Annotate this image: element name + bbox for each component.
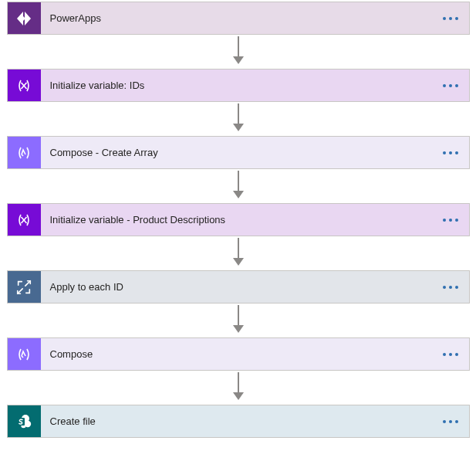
ellipsis-icon (443, 353, 458, 356)
ellipsis-icon (443, 420, 458, 423)
more-button[interactable] (432, 271, 469, 303)
more-button[interactable] (432, 2, 469, 34)
step-label: PowerApps (41, 2, 432, 34)
more-button[interactable] (432, 204, 469, 236)
variable-icon (8, 70, 41, 101)
step-apply-to-each-id[interactable]: Apply to each ID (7, 270, 470, 303)
step-compose-create-array[interactable]: Compose - Create Array (7, 136, 470, 169)
step-label: Initialize variable - Product Descriptio… (41, 204, 432, 236)
connector-arrow (233, 35, 244, 69)
connector-arrow (233, 371, 244, 405)
flow-diagram: PowerApps Initialize variable: IDs (4, 2, 472, 438)
step-label: Apply to each ID (41, 271, 432, 303)
more-button[interactable] (432, 338, 469, 370)
loop-icon (8, 271, 41, 303)
step-powerapps[interactable]: PowerApps (7, 2, 470, 35)
compose-icon (8, 338, 41, 370)
ellipsis-icon (443, 17, 458, 20)
variable-icon (8, 204, 41, 236)
step-compose[interactable]: Compose (7, 337, 470, 371)
step-label: Initialize variable: IDs (41, 70, 432, 101)
step-label: Compose - Create Array (41, 137, 432, 168)
powerapps-icon (8, 2, 41, 34)
step-init-variable-product-descriptions[interactable]: Initialize variable - Product Descriptio… (7, 203, 470, 236)
ellipsis-icon (443, 151, 458, 154)
step-label: Create file (41, 405, 432, 437)
connector-arrow (233, 169, 244, 203)
ellipsis-icon (443, 219, 458, 222)
ellipsis-icon (443, 84, 458, 87)
more-button[interactable] (432, 70, 469, 101)
connector-arrow (233, 236, 244, 270)
more-button[interactable] (432, 405, 469, 437)
step-create-file[interactable]: Create file (7, 405, 470, 438)
connector-arrow (233, 303, 244, 337)
step-label: Compose (41, 338, 432, 370)
more-button[interactable] (432, 137, 469, 168)
sharepoint-icon (8, 405, 41, 437)
compose-icon (8, 137, 41, 168)
ellipsis-icon (443, 286, 458, 289)
connector-arrow (233, 102, 244, 136)
step-init-variable-ids[interactable]: Initialize variable: IDs (7, 69, 470, 102)
